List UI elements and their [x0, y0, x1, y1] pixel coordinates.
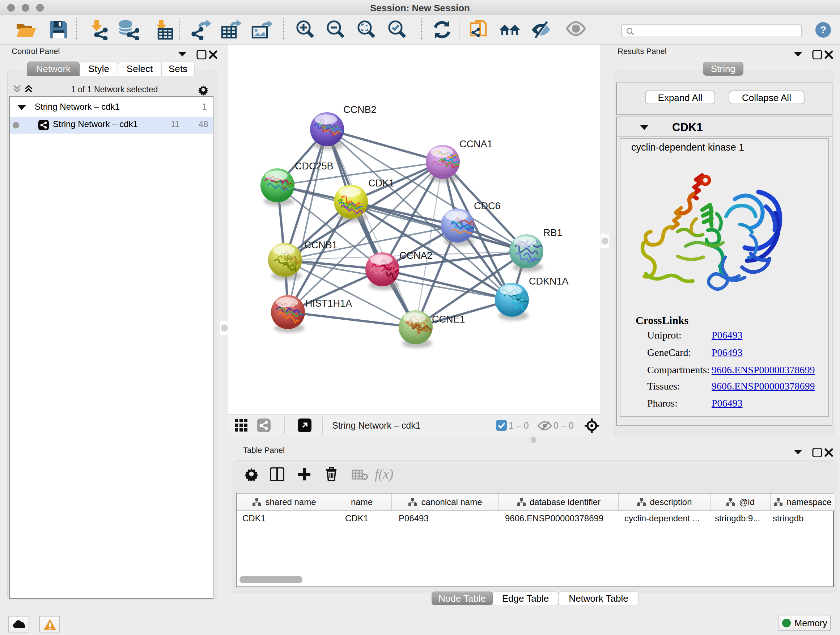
svg-text:CDKN1A: CDKN1A — [529, 276, 569, 287]
svg-text:HIST1H1A: HIST1H1A — [305, 298, 352, 309]
svg-text:CDC25B: CDC25B — [295, 161, 333, 172]
svg-text:CCNA2: CCNA2 — [399, 250, 433, 261]
svg-text:CDC6: CDC6 — [474, 201, 501, 211]
svg-text:CCNB2: CCNB2 — [343, 104, 377, 115]
svg-text:RB1: RB1 — [543, 227, 562, 238]
svg-text:?: ? — [820, 24, 826, 35]
svg-text:CCNE1: CCNE1 — [432, 314, 465, 325]
svg-text:CDK1: CDK1 — [368, 178, 394, 188]
svg-text:CCNB1: CCNB1 — [304, 240, 338, 250]
svg-text:CCNA1: CCNA1 — [459, 139, 493, 149]
